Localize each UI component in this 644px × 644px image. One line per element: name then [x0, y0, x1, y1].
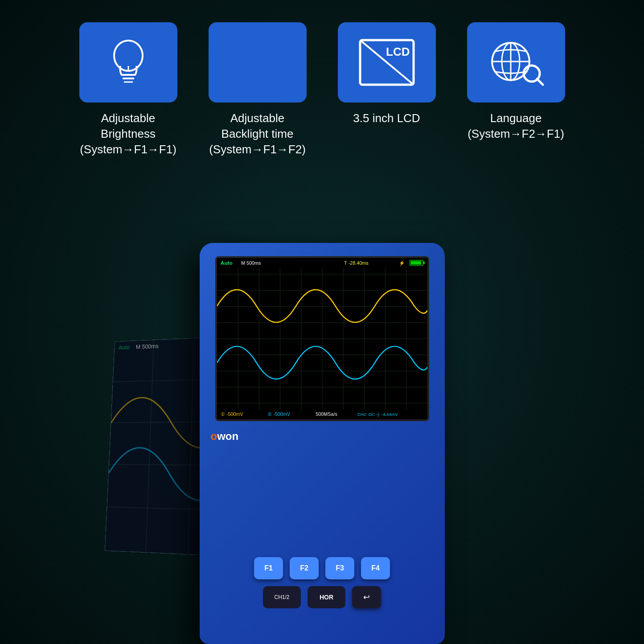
feature-brightness: Adjustable Brightness (System→F1→F1)	[77, 22, 180, 157]
moon-icon	[233, 38, 282, 87]
btn-f1[interactable]: F1	[254, 557, 283, 579]
language-icon-box	[467, 22, 565, 103]
svg-text:M 500ms: M 500ms	[135, 343, 159, 350]
svg-line-13	[537, 79, 543, 85]
oscilloscope-waveform: Auto M 500ms T -28.40ms ⚡ ① -500mV	[217, 258, 427, 419]
control-buttons-row: CH1/2 HOR ↩	[263, 586, 381, 608]
svg-text:② -500mV: ② -500mV	[267, 411, 291, 417]
svg-line-18	[146, 340, 154, 552]
brand-o: o	[211, 430, 217, 442]
svg-text:500MSa/s: 500MSa/s	[316, 411, 337, 417]
btn-f2[interactable]: F2	[290, 557, 319, 579]
language-label: Language (System→F2→F1)	[468, 111, 564, 142]
feature-lcd: LCD 3.5 inch LCD	[336, 22, 438, 157]
svg-text:Auto: Auto	[118, 344, 130, 351]
device-screen: Auto M 500ms T -28.40ms ⚡ ① -500mV	[215, 256, 429, 421]
svg-rect-52	[410, 261, 421, 265]
feature-language: Language (System→F2→F1)	[465, 22, 567, 157]
svg-text:T -28.40ms: T -28.40ms	[344, 260, 368, 266]
brightness-icon-box	[79, 22, 177, 103]
brand-logo: owon	[211, 430, 239, 443]
lcd-label: 3.5 inch LCD	[353, 111, 420, 126]
brightness-label: Adjustable Brightness (System→F1→F1)	[77, 111, 180, 157]
device-body: Auto M 500ms T -28.40ms ⚡ ① -500mV	[200, 243, 445, 644]
svg-text:⚡: ⚡	[399, 260, 405, 266]
svg-text:① -500mV: ① -500mV	[220, 411, 243, 417]
backlight-label: Adjustable Adjustable Backlight timeBack…	[209, 111, 306, 157]
bulb-icon	[106, 36, 151, 89]
btn-f4[interactable]: F4	[361, 557, 390, 579]
brand-name: won	[217, 430, 238, 442]
features-row: Adjustable Brightness (System→F1→F1) Adj…	[0, 0, 644, 166]
svg-text:M 500ms: M 500ms	[241, 260, 261, 266]
svg-text:Auto: Auto	[220, 260, 232, 266]
btn-hor[interactable]: HOR	[308, 586, 345, 608]
device-container: Auto M 500ms	[122, 176, 523, 644]
backlight-icon-box	[209, 22, 307, 103]
feature-backlight: Adjustable Adjustable Backlight timeBack…	[206, 22, 309, 157]
svg-rect-51	[423, 262, 425, 264]
function-buttons-row: F1 F2 F3 F4	[254, 557, 390, 579]
globe-search-icon	[485, 36, 547, 89]
btn-ch12[interactable]: CH1/2	[263, 586, 301, 608]
svg-text:LCD: LCD	[386, 45, 410, 58]
lcd-icon-box: LCD	[338, 22, 436, 103]
svg-text:CH2: DC -∫- -4.44mV: CH2: DC -∫- -4.44mV	[357, 412, 398, 417]
btn-f3[interactable]: F3	[325, 557, 354, 579]
lcd-icon: LCD	[356, 36, 418, 89]
btn-back[interactable]: ↩	[352, 586, 381, 608]
buttons-area: F1 F2 F3 F4 CH1/2 HOR ↩	[220, 557, 425, 608]
